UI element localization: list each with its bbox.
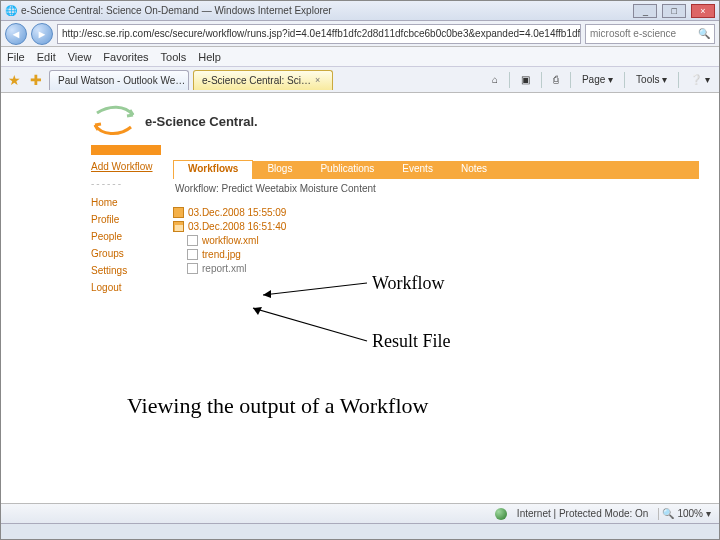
tab-escience[interactable]: e-Science Central: Sci… × bbox=[193, 70, 333, 90]
svg-marker-3 bbox=[253, 307, 262, 315]
chevron-down-icon[interactable]: ▾ bbox=[706, 508, 711, 519]
slide-caption: Viewing the output of a Workflow bbox=[127, 393, 428, 419]
add-favorite-icon[interactable]: ✚ bbox=[27, 71, 45, 89]
menu-file[interactable]: File bbox=[7, 51, 25, 63]
sidebar-item-settings[interactable]: Settings bbox=[91, 265, 161, 276]
tab-events[interactable]: Events bbox=[388, 161, 447, 179]
tab-label: Paul Watson - Outlook We… bbox=[58, 75, 185, 86]
separator bbox=[509, 72, 510, 88]
maximize-button[interactable]: □ bbox=[662, 4, 686, 18]
menu-favorites[interactable]: Favorites bbox=[103, 51, 148, 63]
sidebar-item-home[interactable]: Home bbox=[91, 197, 161, 208]
address-bar[interactable]: http://esc.se.rip.com/esc/secure/workflo… bbox=[57, 24, 581, 44]
file-name: trend.jpg bbox=[202, 249, 241, 260]
list-item[interactable]: 03.Dec.2008 16:51:40 bbox=[173, 221, 699, 232]
file-icon bbox=[187, 235, 198, 246]
sidebar-item-people[interactable]: People bbox=[91, 231, 161, 242]
sidebar-item-logout[interactable]: Logout bbox=[91, 282, 161, 293]
app-icon: 🌐 bbox=[5, 5, 17, 16]
file-name: 03.Dec.2008 16:51:40 bbox=[188, 221, 286, 232]
callout-result-file: Result File bbox=[372, 331, 451, 352]
zoom-level[interactable]: 100% bbox=[677, 508, 703, 519]
page-menu[interactable]: Page ▾ bbox=[577, 72, 618, 87]
separator bbox=[570, 72, 571, 88]
file-icon bbox=[187, 263, 198, 274]
menu-tools[interactable]: Tools bbox=[161, 51, 187, 63]
zoom-icon[interactable]: 🔍 bbox=[662, 508, 674, 519]
separator bbox=[541, 72, 542, 88]
tab-workflows[interactable]: Workflows bbox=[173, 160, 253, 179]
file-name: 03.Dec.2008 15:55:09 bbox=[188, 207, 286, 218]
menu-edit[interactable]: Edit bbox=[37, 51, 56, 63]
file-name: report.xml bbox=[202, 263, 246, 274]
feeds-button[interactable]: ▣ bbox=[516, 72, 535, 87]
decorative-bar bbox=[91, 145, 161, 155]
logo-icon bbox=[91, 103, 137, 139]
content-tabs: Workflows Blogs Publications Events Note… bbox=[173, 161, 699, 179]
sidebar-item-profile[interactable]: Profile bbox=[91, 214, 161, 225]
separator bbox=[624, 72, 625, 88]
folder-icon bbox=[173, 207, 184, 218]
tab-notes[interactable]: Notes bbox=[447, 161, 501, 179]
separator bbox=[658, 508, 659, 520]
favorites-star-icon[interactable]: ★ bbox=[5, 71, 23, 89]
menu-view[interactable]: View bbox=[68, 51, 92, 63]
tab-publications[interactable]: Publications bbox=[306, 161, 388, 179]
add-workflow-link[interactable]: Add Workflow bbox=[91, 161, 161, 172]
separator-dots: ------ bbox=[91, 178, 161, 189]
breadcrumb: Workflow: Predict Weetabix Moisture Cont… bbox=[173, 179, 699, 204]
globe-icon bbox=[495, 508, 507, 520]
list-item[interactable]: 03.Dec.2008 15:55:09 bbox=[173, 207, 699, 218]
search-placeholder: microsoft e-science bbox=[590, 28, 676, 39]
minimize-button[interactable]: _ bbox=[633, 4, 657, 18]
close-button[interactable]: × bbox=[691, 4, 715, 18]
brand-title: e-Science Central. bbox=[145, 114, 258, 129]
list-item[interactable]: trend.jpg bbox=[173, 249, 699, 260]
tab-label: e-Science Central: Sci… bbox=[202, 75, 311, 86]
forward-button[interactable]: ► bbox=[31, 23, 53, 45]
sidebar-item-groups[interactable]: Groups bbox=[91, 248, 161, 259]
separator bbox=[678, 72, 679, 88]
folder-open-icon bbox=[173, 221, 184, 232]
print-button[interactable]: ⎙ bbox=[548, 72, 564, 87]
tab-outlook[interactable]: Paul Watson - Outlook We… × bbox=[49, 70, 189, 90]
search-icon[interactable]: 🔍 bbox=[698, 28, 710, 39]
window-title: e-Science Central: Science On-Demand — W… bbox=[21, 5, 332, 16]
home-button[interactable]: ⌂ bbox=[487, 72, 503, 87]
svg-line-2 bbox=[253, 308, 367, 341]
tab-blogs[interactable]: Blogs bbox=[253, 161, 306, 179]
file-name: workflow.xml bbox=[202, 235, 259, 246]
callout-workflow: Workflow bbox=[372, 273, 445, 294]
back-button[interactable]: ◄ bbox=[5, 23, 27, 45]
list-item[interactable]: workflow.xml bbox=[173, 235, 699, 246]
help-menu[interactable]: ❔ ▾ bbox=[685, 72, 715, 87]
menu-help[interactable]: Help bbox=[198, 51, 221, 63]
file-icon bbox=[187, 249, 198, 260]
taskbar-strip bbox=[1, 523, 719, 539]
security-zone: Internet | Protected Mode: On bbox=[517, 508, 649, 519]
file-list: 03.Dec.2008 15:55:09 03.Dec.2008 16:51:4… bbox=[173, 207, 699, 274]
tools-menu[interactable]: Tools ▾ bbox=[631, 72, 672, 87]
search-box[interactable]: microsoft e-science 🔍 bbox=[585, 24, 715, 44]
close-icon[interactable]: × bbox=[315, 75, 320, 85]
